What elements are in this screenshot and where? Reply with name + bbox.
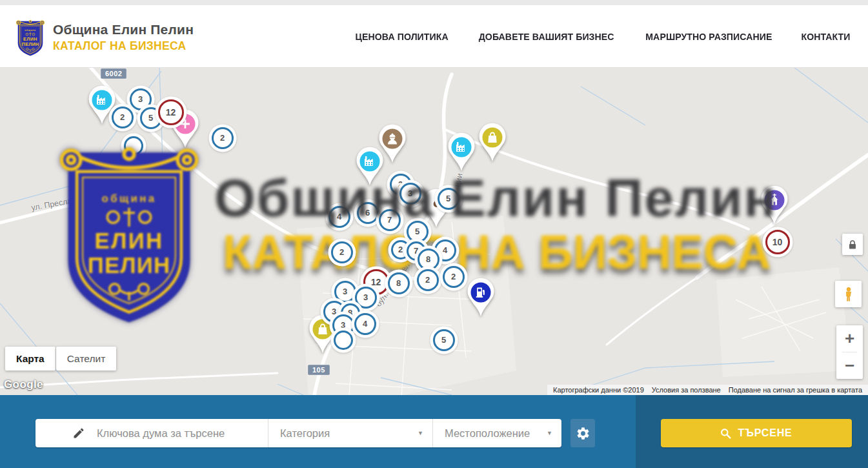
attribution-copyright: Картографски данни ©2019 — [549, 386, 648, 394]
map-type-control: Карта Сателит — [5, 347, 116, 371]
map-type-map-button[interactable]: Карта — [5, 347, 56, 371]
location-select-value: Местоположение — [445, 427, 530, 440]
gear-icon — [576, 426, 590, 441]
pegman-control[interactable] — [835, 281, 862, 307]
zoom-in-button[interactable]: + — [836, 325, 863, 352]
search-submit-button[interactable]: ТЪРСЕНЕ — [661, 419, 852, 447]
location-select[interactable]: Местоположение ▼ — [432, 419, 561, 447]
site-title: Община Елин Пелин — [53, 22, 194, 37]
zoom-control: + − — [836, 325, 863, 379]
search-pill: Категория ▼ Местоположение ▼ — [35, 419, 561, 447]
poi-pin-fuel[interactable] — [466, 279, 496, 318]
search-bar: Категория ▼ Местоположение ▼ ТЪРСЕНЕ — [0, 395, 868, 468]
advanced-search-button[interactable] — [570, 419, 595, 447]
nav-item-pricing[interactable]: ЦЕНОВА ПОЛИТИКА — [355, 31, 448, 42]
map-attribution: Картографски данни ©2019 Условия за полз… — [547, 385, 868, 395]
keyword-section — [35, 419, 268, 447]
site-logo[interactable]: Община Елин Пелин КАТАЛОГ НА БИЗНЕСА — [15, 18, 194, 57]
streetview-lock-button[interactable] — [842, 234, 863, 255]
google-logo[interactable]: Google — [4, 378, 43, 391]
map-type-satellite-button[interactable]: Сателит — [56, 347, 116, 371]
pencil-icon — [72, 427, 85, 440]
main-nav: ЦЕНОВА ПОЛИТИКА ДОБАВЕТЕ ВАШИЯТ БИЗНЕС М… — [352, 5, 852, 67]
attribution-terms-link[interactable]: Условия за ползване — [648, 386, 725, 394]
site-header: Община Елин Пелин КАТАЛОГ НА БИЗНЕСА ЦЕН… — [0, 5, 868, 68]
nav-item-route-schedule[interactable]: МАРШРУТНО РАЗПИСАНИЕ — [646, 31, 772, 42]
chevron-down-icon: ▼ — [547, 430, 552, 436]
nav-item-contacts[interactable]: КОНТАКТИ — [801, 31, 850, 42]
nav-item-add-business[interactable]: ДОБАВЕТЕ ВАШИЯТ БИЗНЕС — [479, 31, 614, 42]
search-submit-label: ТЪРСЕНЕ — [738, 427, 792, 439]
category-select[interactable]: Категория ▼ — [268, 419, 432, 447]
category-select-value: Категория — [280, 427, 330, 440]
lock-icon — [847, 239, 858, 250]
attribution-report-link[interactable]: Подаване на сигнал за грешка в картата — [725, 386, 866, 394]
map-pins-top-layer — [0, 67, 868, 395]
pegman-icon — [842, 286, 856, 303]
google-map[interactable]: ул. Преславбул. „Новоселции6002105 КАТАЛ… — [0, 67, 868, 395]
zoom-out-button[interactable]: − — [836, 352, 863, 379]
keyword-input[interactable] — [96, 427, 227, 440]
poi-pin-church[interactable] — [760, 187, 789, 225]
chevron-down-icon: ▼ — [418, 430, 423, 436]
magnifier-icon — [720, 428, 731, 439]
site-subtitle: КАТАЛОГ НА БИЗНЕСА — [53, 39, 194, 53]
municipality-crest-icon — [15, 18, 45, 57]
